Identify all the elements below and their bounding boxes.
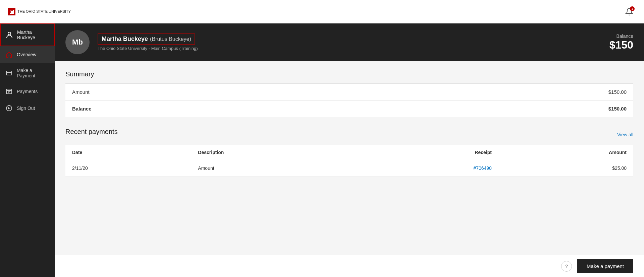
sidebar-make-payment-label: Make a Payment [17, 68, 49, 78]
osu-logo: THE OHIO STATE UNIVERSITY [8, 8, 71, 15]
profile-name-box: Martha Buckeye (Brutus Buckeye) [98, 33, 195, 45]
top-header: THE OHIO STATE UNIVERSITY Overview 1 [0, 0, 644, 23]
sidebar-payments-label: Payments [17, 89, 38, 94]
view-all-link[interactable]: View all [617, 132, 633, 137]
summary-row-amount: Amount $150.00 [65, 84, 633, 100]
col-amount: Amount [498, 145, 633, 160]
receipt-link[interactable]: #706490 [473, 165, 492, 171]
logo-area: THE OHIO STATE UNIVERSITY [8, 8, 71, 15]
sidebar-item-sign-out[interactable]: Sign Out [0, 100, 55, 117]
content-area: Mb Martha Buckeye (Brutus Buckeye) The O… [55, 23, 644, 277]
main-content: Summary Amount $150.00 Balance $150.00 R… [55, 61, 644, 255]
sidebar-sign-out-label: Sign Out [17, 106, 35, 111]
payments-table-header: Date Description Receipt Amount [65, 145, 633, 160]
recent-payments-title: Recent payments [65, 128, 118, 136]
sidebar-item-make-payment[interactable]: Make a Payment [0, 63, 55, 83]
osu-logo-icon [8, 8, 15, 15]
payments-icon [5, 88, 13, 95]
summary-amount-value: $150.00 [354, 84, 633, 100]
bottom-bar: ? Make a payment [55, 255, 644, 277]
profile-info: Martha Buckeye (Brutus Buckeye) The Ohio… [98, 33, 601, 51]
col-description: Description [191, 145, 361, 160]
sidebar-item-payments[interactable]: Payments [0, 83, 55, 100]
home-icon [5, 51, 13, 58]
user-icon [5, 30, 14, 40]
profile-balance-area: Balance $150 [609, 33, 633, 51]
help-icon: ? [565, 264, 568, 269]
balance-label: Balance [609, 33, 633, 39]
payments-table: Date Description Receipt Amount 2/11/20 … [65, 145, 633, 177]
svg-point-2 [8, 32, 11, 35]
payment-description: Amount [191, 160, 361, 177]
summary-title: Summary [65, 70, 633, 78]
profile-alt-name: (Brutus Buckeye) [150, 36, 191, 42]
sidebar: Martha Buckeye Overview [0, 23, 55, 277]
payment-amount: $25.00 [498, 160, 633, 177]
balance-amount: $150 [609, 39, 633, 51]
profile-institution: The Ohio State University - Main Campus … [98, 46, 601, 51]
sidebar-nav: Overview Make a Payment [0, 46, 55, 277]
profile-banner: Mb Martha Buckeye (Brutus Buckeye) The O… [55, 23, 644, 61]
svg-rect-3 [6, 71, 12, 75]
notification-badge: 1 [630, 6, 635, 11]
osu-logo-text: THE OHIO STATE UNIVERSITY [17, 9, 71, 14]
header-actions: 1 [623, 5, 636, 18]
col-date: Date [65, 145, 191, 160]
sidebar-user[interactable]: Martha Buckeye [0, 23, 55, 46]
summary-table: Amount $150.00 Balance $150.00 [65, 83, 633, 117]
notification-button[interactable]: 1 [623, 5, 636, 18]
avatar: Mb [65, 30, 90, 54]
recent-payments-header: Recent payments View all [65, 128, 633, 141]
summary-balance-label: Balance [65, 100, 354, 117]
signout-icon [5, 105, 13, 112]
payment-row: 2/11/20 Amount #706490 $25.00 [65, 160, 633, 177]
main-layout: Martha Buckeye Overview [0, 23, 644, 277]
help-button[interactable]: ? [561, 261, 572, 272]
make-payment-button[interactable]: Make a payment [577, 259, 633, 273]
svg-rect-1 [11, 11, 13, 13]
summary-balance-value: $150.00 [354, 100, 633, 117]
profile-main-name: Martha Buckeye [102, 36, 148, 43]
profile-name-row: Martha Buckeye (Brutus Buckeye) [98, 33, 601, 45]
sidebar-overview-label: Overview [17, 52, 36, 57]
payment-receipt: #706490 [361, 160, 498, 177]
payment-icon [5, 69, 13, 77]
sidebar-user-name: Martha Buckeye [17, 29, 50, 40]
payment-date: 2/11/20 [65, 160, 191, 177]
summary-amount-label: Amount [65, 84, 354, 100]
col-receipt: Receipt [361, 145, 498, 160]
sidebar-item-overview[interactable]: Overview [0, 46, 55, 63]
summary-row-balance: Balance $150.00 [65, 100, 633, 117]
